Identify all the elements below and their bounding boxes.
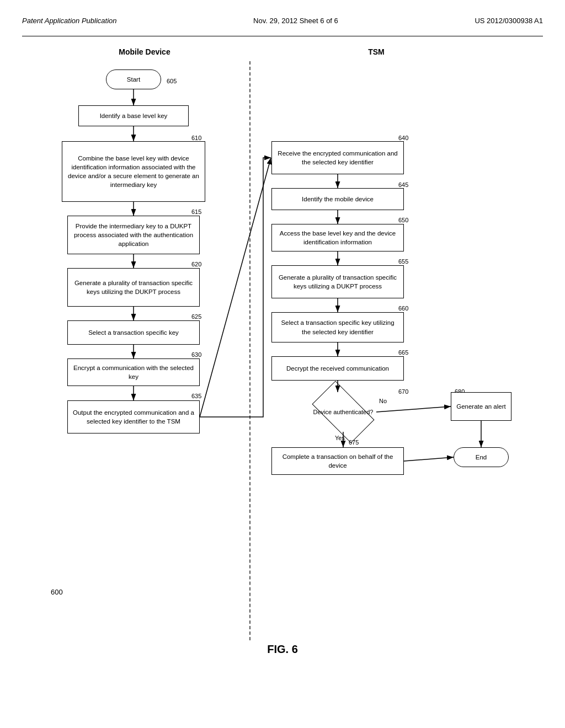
page-header: Patent Application Publication Nov. 29, … bbox=[22, 11, 543, 36]
node-665: Decrypt the received communication bbox=[271, 356, 404, 381]
node-635: Output the encrypted communication and a… bbox=[67, 400, 200, 433]
ref-670: 670 bbox=[398, 388, 408, 395]
header-left: Patent Application Publication bbox=[22, 17, 117, 25]
node-660: Select a transaction specific key utiliz… bbox=[271, 312, 404, 342]
ref-675: 675 bbox=[349, 439, 359, 446]
header-right: US 2012/0300938 A1 bbox=[475, 17, 543, 25]
node-start: Start bbox=[106, 69, 161, 89]
node-620: Generate a plurality of transaction spec… bbox=[67, 268, 200, 307]
ref-640: 640 bbox=[398, 135, 408, 141]
yes-label: Yes bbox=[335, 435, 345, 441]
header-center: Nov. 29, 2012 Sheet 6 of 6 bbox=[253, 17, 338, 25]
no-label: No bbox=[379, 398, 387, 404]
page: Patent Application Publication Nov. 29, … bbox=[0, 0, 565, 728]
node-605: Identify a base level key bbox=[78, 105, 189, 126]
ref-655: 655 bbox=[398, 258, 408, 265]
node-610: Combine the base level key with device i… bbox=[62, 141, 205, 202]
svg-line-16 bbox=[376, 406, 451, 412]
node-end: End bbox=[454, 447, 509, 467]
node-640: Receive the encrypted communication and … bbox=[271, 141, 404, 174]
node-655: Generate a plurality of transaction spec… bbox=[271, 265, 404, 298]
node-675: Complete a transaction on behalf of the … bbox=[271, 447, 404, 475]
ref-650: 650 bbox=[398, 217, 408, 223]
col-label-mobile: Mobile Device bbox=[89, 47, 200, 56]
ref-630: 630 bbox=[191, 351, 201, 358]
ref-645: 645 bbox=[398, 181, 408, 188]
node-645: Identify the mobile device bbox=[271, 188, 404, 210]
node-650: Access the base level key and the device… bbox=[271, 224, 404, 251]
ref-610: 610 bbox=[191, 135, 201, 141]
node-615: Provide the intermediary key to a DUKPT … bbox=[67, 216, 200, 254]
svg-line-8 bbox=[200, 158, 271, 417]
node-670-diamond bbox=[312, 381, 374, 443]
flow-container: Mobile Device TSM Start 605 Identify a b… bbox=[34, 47, 531, 627]
ref-600: 600 bbox=[51, 588, 63, 596]
ref-660: 660 bbox=[398, 305, 408, 312]
ref-620: 620 bbox=[191, 261, 201, 267]
col-label-tsm: TSM bbox=[321, 47, 431, 56]
ref-615: 615 bbox=[191, 208, 201, 215]
ref-605: 605 bbox=[167, 78, 177, 84]
figure-label: FIG. 6 bbox=[267, 643, 298, 656]
ref-625: 625 bbox=[191, 313, 201, 320]
ref-635: 635 bbox=[191, 393, 201, 399]
diagram-area: Mobile Device TSM Start 605 Identify a b… bbox=[22, 47, 543, 656]
svg-line-18 bbox=[404, 457, 454, 461]
node-630: Encrypt a communication with the selecte… bbox=[67, 358, 200, 386]
node-680: Generate an alert bbox=[451, 392, 511, 421]
node-625: Select a transaction specific key bbox=[67, 320, 200, 345]
node-670-wrap: Device authenticated? bbox=[310, 392, 376, 432]
ref-665: 665 bbox=[398, 349, 408, 356]
column-divider bbox=[249, 61, 250, 640]
